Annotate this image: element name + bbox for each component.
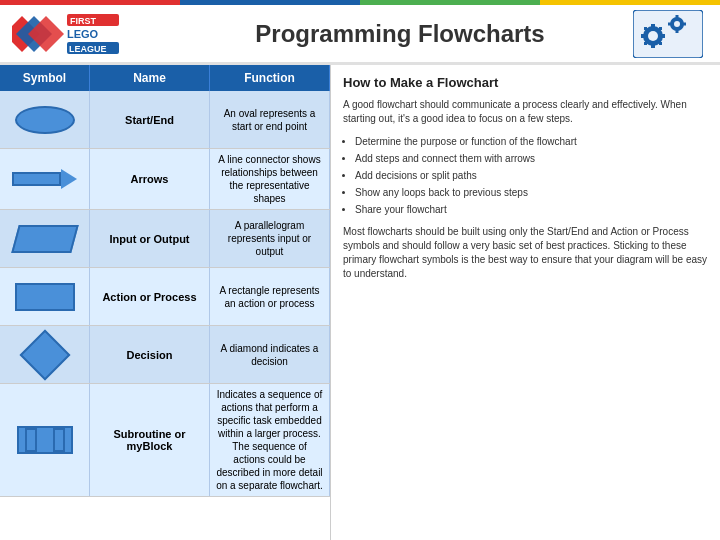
table-row: Start/End An oval represents a start or … (0, 91, 330, 149)
svg-rect-21 (668, 22, 671, 25)
symbol-subroutine (0, 384, 90, 496)
logo-area: FIRST LEGO LEAGUE (12, 12, 172, 56)
main-content: Symbol Name Function Start/End An oval r… (0, 65, 720, 540)
bar-yellow (540, 0, 720, 5)
rectangle-shape (15, 283, 75, 311)
table-row: Subroutine or myBlock Indicates a sequen… (0, 384, 330, 497)
svg-rect-16 (659, 27, 662, 30)
svg-rect-13 (651, 24, 655, 28)
col-symbol: Symbol (0, 65, 90, 91)
table-row: Arrows A line connector shows relationsh… (0, 149, 330, 210)
sidebar-title: How to Make a Flowchart (343, 75, 708, 90)
table-header: Symbol Name Function (0, 65, 330, 91)
header: FIRST LEGO LEAGUE Programming Flowcharts (0, 5, 720, 65)
bar-red (0, 0, 180, 5)
desc-actionprocess: A rectangle represents an action or proc… (210, 268, 330, 325)
sidebar-intro: A good flowchart should communicate a pr… (343, 98, 708, 126)
bar-blue (180, 0, 360, 5)
sidebar-bullets: Determine the purpose or function of the… (343, 134, 708, 217)
desc-startend: An oval represents a start or end point (210, 91, 330, 148)
table-row: Input or Output A parallelogram represen… (0, 210, 330, 268)
svg-rect-24 (676, 30, 679, 33)
name-subroutine: Subroutine or myBlock (90, 384, 210, 496)
sidebar-footer: Most flowcharts should be built using on… (343, 225, 708, 281)
name-arrows: Arrows (90, 149, 210, 209)
table-row: Decision A diamond indicates a decision (0, 326, 330, 384)
symbol-diamond (0, 326, 90, 383)
symbol-oval (0, 91, 90, 148)
desc-inputoutput: A parallelogram represents input or outp… (210, 210, 330, 267)
bullet-1: Determine the purpose or function of the… (355, 134, 708, 149)
right-panel: How to Make a Flowchart A good flowchart… (331, 65, 720, 540)
name-inputoutput: Input or Output (90, 210, 210, 267)
arrow-shape (12, 169, 77, 189)
svg-rect-12 (661, 34, 665, 38)
name-actionprocess: Action or Process (90, 268, 210, 325)
svg-text:LEGO: LEGO (67, 28, 99, 40)
arrow-head (61, 169, 77, 189)
table-body: Start/End An oval represents a start or … (0, 91, 330, 497)
name-startend: Start/End (90, 91, 210, 148)
symbol-rectangle (0, 268, 90, 325)
svg-point-20 (674, 21, 680, 27)
col-name: Name (90, 65, 210, 91)
svg-rect-11 (641, 34, 645, 38)
oval-shape (15, 106, 75, 134)
parallelogram-shape (11, 225, 79, 253)
svg-rect-14 (651, 44, 655, 48)
svg-point-10 (648, 31, 658, 41)
bullet-3: Add decisions or split paths (355, 168, 708, 183)
svg-rect-15 (644, 27, 647, 30)
top-color-bar (0, 0, 720, 5)
table-row: Action or Process A rectangle represents… (0, 268, 330, 326)
fll-logo: FIRST LEGO LEAGUE (12, 12, 122, 56)
desc-arrows: A line connector shows relationships bet… (210, 149, 330, 209)
diamond-shape (19, 329, 70, 380)
arrow-body (12, 172, 61, 186)
symbol-arrow (0, 149, 90, 209)
svg-text:LEAGUE: LEAGUE (69, 44, 107, 54)
svg-text:FIRST: FIRST (70, 16, 97, 26)
bullet-5: Share your flowchart (355, 202, 708, 217)
col-function: Function (210, 65, 330, 91)
subroutine-shape (17, 426, 73, 454)
desc-decision: A diamond indicates a decision (210, 326, 330, 383)
svg-rect-22 (683, 22, 686, 25)
bar-green (360, 0, 540, 5)
desc-subroutine: Indicates a sequence of actions that per… (210, 384, 330, 496)
bullet-2: Add steps and connect them with arrows (355, 151, 708, 166)
svg-rect-23 (676, 15, 679, 18)
flowchart-table: Symbol Name Function Start/End An oval r… (0, 65, 331, 540)
name-decision: Decision (90, 326, 210, 383)
page-title: Programming Flowcharts (172, 20, 628, 48)
symbol-parallelogram (0, 210, 90, 267)
gear-icon (628, 10, 708, 58)
svg-rect-17 (644, 42, 647, 45)
bullet-4: Show any loops back to previous steps (355, 185, 708, 200)
svg-rect-18 (659, 42, 662, 45)
